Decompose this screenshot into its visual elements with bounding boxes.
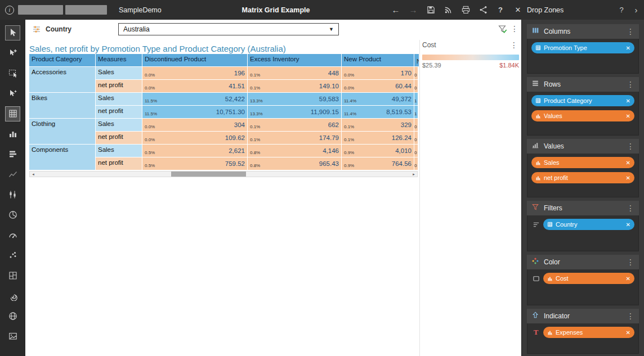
cell-value: 448 (328, 70, 339, 76)
pill-label: Values (544, 112, 623, 119)
dropzone-section-columns: Columns⋮Promotion Type✕ (527, 24, 639, 74)
pointer-edit-icon (5, 86, 20, 101)
drop-zones-collapse-icon[interactable]: › (632, 0, 641, 20)
forward-button[interactable]: → (408, 4, 419, 16)
pill-net-profit[interactable]: net profit✕ (531, 172, 634, 183)
remove-icon[interactable]: ✕ (626, 222, 630, 228)
scrollbar-thumb[interactable] (171, 172, 246, 177)
legend-menu-icon[interactable]: ⋮ (510, 41, 518, 49)
cell-percent: 11.4% (344, 98, 356, 103)
drop-zones-help-icon[interactable]: ? (617, 0, 626, 20)
close-icon[interactable]: ✕ (512, 4, 524, 16)
pill-values[interactable]: Values✕ (531, 110, 634, 121)
indicator-icon (531, 311, 539, 321)
dropzone-body-indicator[interactable]: TExpenses✕ (527, 323, 639, 354)
scroll-right-icon[interactable]: ▸ (410, 172, 417, 177)
back-button[interactable]: ← (390, 4, 401, 16)
tool-marquee-select[interactable] (0, 63, 25, 83)
share-icon[interactable] (477, 4, 489, 16)
cell-value: 4,010 (395, 147, 412, 154)
tool-map-chart[interactable] (0, 306, 25, 326)
matrix-cell: 0.1%662 (248, 119, 341, 131)
cell-value: 662 (328, 121, 339, 128)
matrix-grid-icon (5, 106, 20, 121)
section-menu-icon[interactable]: ⋮ (627, 258, 634, 266)
remove-icon[interactable]: ✕ (626, 113, 630, 119)
section-menu-icon[interactable]: ⋮ (627, 142, 634, 150)
tool-cursor[interactable] (0, 22, 25, 43)
tool-pie-chart[interactable] (0, 205, 25, 225)
dropzone-header-filters: Filters⋮ (527, 201, 639, 215)
dropzone-body-color[interactable]: Cost✕ (527, 269, 639, 305)
remove-icon[interactable]: ✕ (626, 98, 630, 104)
scrollbar-track[interactable] (37, 172, 410, 177)
pill-sales[interactable]: Sales✕ (531, 157, 634, 168)
remove-icon[interactable]: ✕ (626, 160, 630, 166)
tool-spiral-chart[interactable] (0, 286, 25, 306)
matrix-cell: 11.5%10,751.30 (142, 106, 247, 118)
country-dropdown[interactable]: Australia ▼ (118, 23, 339, 35)
remove-icon[interactable]: ✕ (626, 330, 630, 336)
pill-promotion-type[interactable]: Promotion Type✕ (531, 42, 634, 53)
section-menu-icon[interactable]: ⋮ (627, 312, 634, 320)
horizontal-scrollbar[interactable]: ◂ ▸ (29, 171, 418, 177)
tool-candlestick-chart[interactable] (0, 184, 25, 205)
bar-chart-icon (5, 147, 20, 162)
tool-pointer-edit[interactable] (0, 83, 25, 103)
cell-percent: 0.9% (344, 150, 354, 155)
measure-cell: Sales (96, 145, 142, 157)
tool-line-chart[interactable] (0, 164, 25, 184)
filter-menu-icon[interactable]: ⋮ (511, 25, 518, 33)
section-menu-icon[interactable]: ⋮ (627, 28, 634, 35)
dropzone-header-rows: Rows⋮ (527, 77, 639, 92)
legend-title: Cost (422, 41, 519, 49)
dropzone-body-rows[interactable]: Product Category✕Values✕ (527, 92, 639, 136)
section-menu-icon[interactable]: ⋮ (627, 80, 634, 88)
filter-element-icon (32, 25, 41, 34)
tool-matrix-grid[interactable] (0, 103, 25, 124)
cell-value: 59,583 (319, 96, 339, 102)
pill-label: Sales (544, 159, 623, 166)
pill-label: Cost (556, 275, 623, 282)
dropzone-body-filters[interactable]: Country✕ (527, 215, 639, 251)
dropzone-body-values[interactable]: Sales✕net profit✕ (527, 154, 639, 197)
filter-applied-icon[interactable] (498, 24, 508, 34)
pill-country[interactable]: Country✕ (543, 219, 634, 230)
pill-row: Cost✕ (531, 273, 634, 284)
pill-expenses[interactable]: Expenses✕ (543, 327, 634, 338)
matrix-cell: 13.3%59,583 (248, 93, 341, 105)
measure-cell: net profit (96, 80, 142, 92)
cell-value: 11,909.15 (311, 109, 339, 115)
remove-icon[interactable]: ✕ (626, 276, 630, 282)
tool-scatter-chart[interactable] (0, 245, 25, 265)
drop-zones-panel: Columns⋮Promotion Type✕Rows⋮Product Cate… (521, 20, 644, 356)
tool-bar-chart[interactable] (0, 144, 25, 164)
tool-column-chart[interactable] (0, 124, 25, 144)
grid-pill-icon (535, 43, 541, 53)
section-label: Rows (544, 80, 622, 88)
pill-cost[interactable]: Cost✕ (543, 273, 634, 284)
legend-min-value: $25.39 (422, 62, 441, 69)
list-icon (531, 221, 540, 228)
print-icon[interactable] (460, 4, 471, 16)
help-icon[interactable]: ? (495, 4, 506, 16)
pill-product-category[interactable]: Product Category✕ (531, 95, 634, 106)
cell-value: 965.43 (319, 160, 339, 167)
scroll-left-icon[interactable]: ◂ (30, 172, 37, 177)
tool-pointer-plus[interactable] (0, 43, 25, 63)
info-icon[interactable]: i (5, 0, 15, 20)
remove-icon[interactable]: ✕ (626, 175, 630, 181)
tool-treemap-chart[interactable] (0, 265, 25, 286)
save-icon[interactable] (425, 4, 436, 16)
tool-image-widget[interactable] (0, 326, 25, 346)
cursor-icon (5, 25, 20, 40)
tool-gauge-chart[interactable] (0, 225, 25, 245)
cell-value: 329 (401, 121, 412, 128)
remove-icon[interactable]: ✕ (626, 45, 630, 51)
cell-percent: 0.5% (145, 150, 155, 155)
publish-rss-icon[interactable] (442, 4, 454, 16)
dropzone-body-columns[interactable]: Promotion Type✕ (527, 39, 639, 74)
dashboard-canvas: Country Australia ▼ ⋮ Sales, net profit … (25, 20, 521, 356)
section-menu-icon[interactable]: ⋮ (627, 204, 634, 212)
cell-percent: 0.1% (250, 137, 260, 142)
